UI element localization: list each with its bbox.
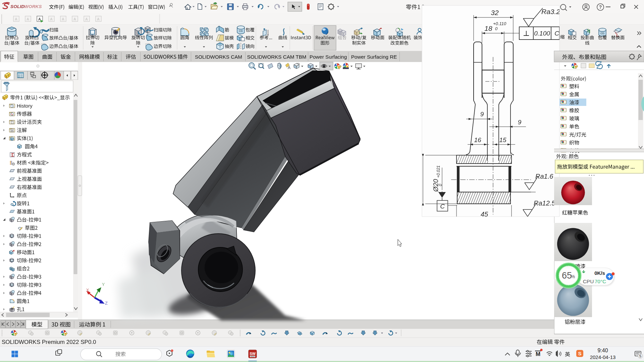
svg-text:A: A [85, 17, 88, 21]
svg-text:A: A [15, 17, 17, 21]
svg-text:C: C [440, 203, 445, 210]
svg-text:CD: CD [239, 29, 243, 33]
svg-text:0: 0 [495, 26, 498, 31]
svg-text:Power Surfacing RE: Power Surfacing RE [351, 54, 397, 60]
svg-text:History: History [17, 103, 33, 109]
svg-text:Ra12.5: Ra12.5 [534, 199, 555, 207]
svg-text:A: A [26, 17, 29, 21]
svg-text:Y: Y [102, 282, 105, 287]
svg-text:2024-04-13: 2024-04-13 [590, 354, 616, 360]
svg-text:9:40: 9:40 [597, 348, 608, 353]
svg-text:SOLIDWORKS CAM TBM: SOLIDWORKS CAM TBM [247, 54, 307, 60]
svg-text:A: A [288, 65, 290, 70]
svg-text:C: C [554, 30, 559, 37]
svg-text:65: 65 [562, 270, 572, 281]
svg-text:+0.021: +0.021 [436, 165, 441, 178]
svg-text:A: A [11, 129, 13, 132]
svg-text:A: A [73, 17, 76, 21]
svg-text:16: 16 [474, 136, 481, 143]
svg-text:15: 15 [499, 136, 506, 143]
svg-text:SOLIDWORKS CAM: SOLIDWORKS CAM [195, 54, 242, 60]
svg-text:SOLID: SOLID [10, 4, 24, 9]
svg-text:%: % [571, 274, 575, 279]
svg-text:WORKS: WORKS [24, 4, 42, 9]
svg-text:M: M [536, 351, 540, 357]
svg-text:SW: SW [250, 352, 256, 356]
svg-text:Ra3.2: Ra3.2 [541, 8, 560, 15]
svg-text:70°C: 70°C [595, 279, 606, 284]
svg-text:?: ? [599, 4, 602, 10]
svg-text:X: X [86, 288, 89, 293]
svg-text:2022: 2022 [251, 356, 255, 358]
svg-text:32: 32 [491, 9, 499, 16]
svg-text:+0.110: +0.110 [493, 21, 506, 26]
svg-text:CD: CD [600, 32, 604, 35]
svg-text:Ra1.6: Ra1.6 [535, 173, 553, 180]
svg-text:18: 18 [484, 24, 492, 32]
svg-text:Z: Z [105, 301, 108, 306]
svg-text:A: A [97, 17, 100, 21]
svg-text:0.100: 0.100 [534, 30, 550, 37]
svg-text:S: S [578, 351, 581, 356]
svg-text:A: A [50, 17, 53, 21]
svg-text:0K/s: 0K/s [594, 270, 605, 276]
svg-text:CPU: CPU [583, 279, 594, 284]
svg-text:5: 5 [639, 354, 641, 358]
svg-text:SOLIDWORKS Premium 2022 SP0.0: SOLIDWORKS Premium 2022 SP0.0 [2, 339, 96, 345]
svg-text:Power Surfacing: Power Surfacing [310, 54, 347, 60]
svg-text:9: 9 [480, 111, 484, 118]
svg-text:9: 9 [518, 119, 522, 126]
svg-text:A: A [62, 17, 64, 21]
